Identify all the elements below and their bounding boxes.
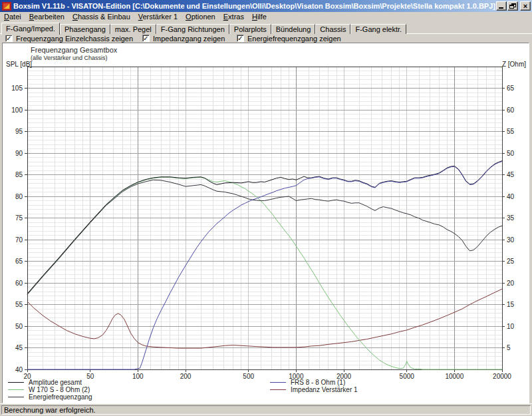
tab-max-pegel[interactable]: max. Pegel: [110, 24, 156, 34]
tab-bar: F-Gang/Imped.Phasengangmax. PegelF-Gang …: [0, 21, 532, 34]
tab-polarplots[interactable]: Polarplots: [229, 24, 271, 34]
svg-text:95: 95: [15, 128, 23, 135]
checkbox-row: ✓Frequenzgang Einzelchassis zeigen✓Imped…: [0, 34, 532, 43]
menu-item-chassis-einbau[interactable]: Chassis & Einbau: [68, 12, 134, 21]
legend-line-sample: [8, 397, 24, 397]
y-axis-right-label: Z [Ohm]: [502, 61, 526, 68]
svg-text:60: 60: [507, 106, 515, 114]
svg-text:15: 15: [507, 301, 515, 308]
title-bar: Boxsim V1.11b - VISATON-Edition [C:\Doku…: [0, 0, 532, 12]
menu-item-extras[interactable]: Extras: [219, 12, 248, 21]
legend-label: Energiefrequenzgang: [29, 393, 92, 401]
restore-button[interactable]: [507, 1, 518, 11]
svg-text:20: 20: [507, 280, 515, 287]
frequency-response-chart: 4045505560657075808590951001055101520253…: [3, 43, 529, 403]
svg-text:50: 50: [15, 323, 23, 330]
svg-text:55: 55: [507, 128, 515, 135]
svg-text:50: 50: [507, 150, 515, 157]
menu-item-hilfe[interactable]: Hilfe: [248, 12, 271, 21]
menu-item-datei[interactable]: Datei: [0, 12, 25, 21]
legend-line-sample: [8, 382, 24, 383]
window-title: Boxsim V1.11b - VISATON-Edition [C:\Doku…: [13, 2, 495, 10]
tab-chassis[interactable]: Chassis: [315, 24, 350, 34]
svg-text:40: 40: [15, 366, 23, 373]
checkbox-label[interactable]: Energiefrequenzgang zeigen: [247, 35, 341, 43]
legend-label: Impedanz Verstärker 1: [291, 386, 358, 393]
svg-text:100: 100: [11, 106, 23, 114]
chart-title: Frequenzgang Gesamtbox: [31, 46, 117, 54]
legend-item-energiefrequenzgang: Energiefrequenzgang: [8, 393, 92, 401]
minimize-icon: [499, 7, 503, 9]
curve-energie: [27, 180, 502, 294]
legend-column-1: Amplitude gesamtW 170 S - 8 Ohm (2)Energ…: [8, 379, 92, 401]
menu-bar: DateiBearbeitenChassis & EinbauVerstärke…: [0, 12, 532, 21]
svg-text:40: 40: [507, 193, 515, 200]
status-text: Berechnung war erfolgreich.: [1, 405, 531, 415]
legend-label: Amplitude gesamt: [29, 379, 82, 386]
legend-line-sample: [8, 389, 24, 390]
checkbox-item-1: ✓Impedanzgang zeigen: [142, 34, 225, 43]
window-controls: ×: [495, 1, 531, 11]
status-bar: Berechnung war erfolgreich.: [0, 403, 532, 416]
svg-text:80: 80: [15, 193, 23, 200]
svg-text:65: 65: [15, 258, 23, 265]
minimize-button[interactable]: [496, 1, 507, 11]
legend-line-sample: [270, 382, 286, 383]
svg-text:20000: 20000: [493, 373, 511, 380]
svg-text:70: 70: [15, 236, 23, 244]
svg-text:10: 10: [507, 323, 515, 330]
tab-f-gang-elektr-[interactable]: F-Gang elektr.: [350, 24, 406, 34]
svg-text:100: 100: [132, 373, 144, 380]
svg-text:65: 65: [507, 85, 515, 92]
menu-item-optionen[interactable]: Optionen: [182, 12, 219, 21]
svg-text:200: 200: [180, 373, 192, 380]
svg-text:45: 45: [507, 171, 515, 178]
chart-subtitle: (alle Verstärker und Chassis): [31, 55, 108, 61]
curve-w170s: [27, 177, 502, 369]
checkbox-item-0: ✓Frequenzgang Einzelchassis zeigen: [5, 34, 133, 43]
legend-label: W 170 S - 8 Ohm (2): [29, 386, 90, 393]
tab-b-ndelung[interactable]: Bündelung: [271, 24, 316, 34]
svg-text:55: 55: [15, 301, 23, 308]
checkbox-impedanzgang-zeigen[interactable]: ✓: [142, 35, 150, 42]
svg-text:90: 90: [15, 150, 23, 157]
legend-item-amplitude-gesamt: Amplitude gesamt: [8, 379, 92, 386]
legend-label: FRS 8 - 8 Ohm (1): [291, 379, 345, 386]
legend-column-2: FRS 8 - 8 Ohm (1)Impedanz Verstärker 1: [270, 379, 358, 393]
svg-text:25: 25: [507, 258, 515, 265]
checkbox-frequenzgang-einzelchassis-zeigen[interactable]: ✓: [5, 35, 13, 42]
tab-f-gang-richtungen[interactable]: F-Gang Richtungen: [156, 24, 229, 34]
close-button[interactable]: ×: [520, 1, 531, 11]
svg-text:105: 105: [11, 85, 23, 92]
curve-amplitude_gesamt: [27, 161, 502, 294]
chart-panel: 4045505560657075808590951001055101520253…: [2, 43, 529, 403]
svg-text:45: 45: [15, 344, 23, 351]
checkbox-item-2: ✓Energiefrequenzgang zeigen: [237, 34, 341, 43]
checkbox-energiefrequenzgang-zeigen[interactable]: ✓: [237, 35, 244, 42]
svg-text:5000: 5000: [400, 373, 415, 380]
svg-text:30: 30: [507, 236, 515, 244]
legend-item-frs-8-8-ohm-1-: FRS 8 - 8 Ohm (1): [270, 379, 358, 386]
svg-text:500: 500: [243, 373, 254, 380]
svg-text:35: 35: [507, 214, 515, 222]
tab-phasengang[interactable]: Phasengang: [60, 24, 110, 34]
legend-item-impedanz-verst-rker-1: Impedanz Verstärker 1: [270, 386, 358, 393]
svg-text:75: 75: [15, 214, 23, 222]
legend-item-w-170-s-8-ohm-2-: W 170 S - 8 Ohm (2): [8, 386, 92, 393]
close-icon: ×: [521, 2, 530, 10]
checkbox-label[interactable]: Frequenzgang Einzelchassis zeigen: [16, 35, 133, 43]
checkbox-label[interactable]: Impedanzgang zeigen: [153, 35, 225, 43]
svg-text:85: 85: [15, 171, 23, 178]
y-axis-left-label: SPL [dB]: [6, 61, 32, 68]
svg-text:5: 5: [507, 344, 511, 351]
legend-line-sample: [270, 389, 286, 390]
app-icon: [2, 2, 11, 11]
tab-f-gang-imped-[interactable]: F-Gang/Imped.: [1, 23, 60, 35]
menu-item-verst-rker-1[interactable]: Verstärker 1: [134, 12, 182, 21]
svg-text:10000: 10000: [445, 373, 464, 380]
svg-text:60: 60: [15, 280, 23, 287]
menu-item-bearbeiten[interactable]: Bearbeiten: [25, 12, 68, 21]
